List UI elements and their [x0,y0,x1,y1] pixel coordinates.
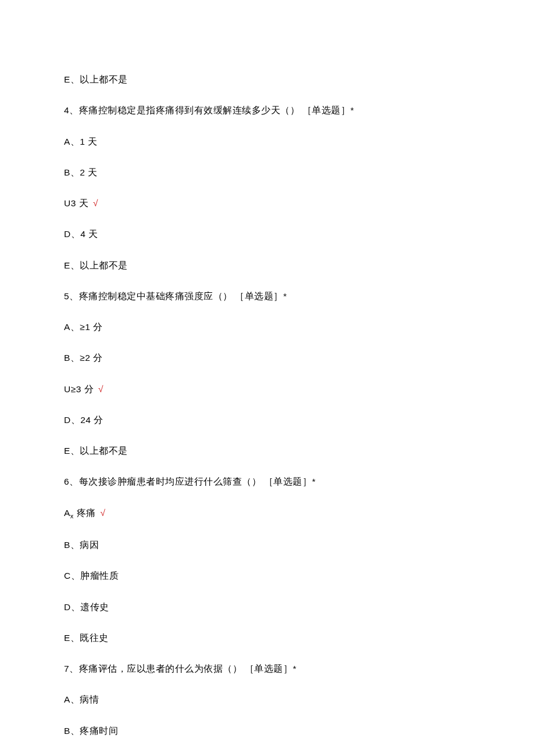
option-4e: E、以上都不是 [64,259,471,272]
option-6d: D、遗传史 [64,600,471,614]
option-6b: B、病因 [64,538,471,551]
option-4c-text: U3 天 [64,198,88,208]
option-4d: D、4 天 [64,227,471,241]
option-5c-text: U≥3 分 [64,384,94,394]
option-6a-before: A [64,508,70,518]
option-4b: B、2 天 [64,166,471,179]
option-7a: A、病情 [64,693,471,706]
option-6a-after: 疼痛 [74,508,96,518]
question-5: 5、疼痛控制稳定中基础疼痛强度应（） ［单选题］* [64,289,471,303]
check-icon: √ [100,508,105,518]
question-7: 7、疼痛评估，应以患者的什么为依据（） ［单选题］* [64,662,471,675]
option-5d: D、24 分 [64,413,471,427]
option-5c: U≥3 分 √ [64,382,471,396]
option-7b: B、疼痛时间 [64,724,471,737]
option-4a: A、1 天 [64,135,471,148]
option-text: E、以上都不是 [64,73,471,86]
option-5a: A、≥1 分 [64,320,471,334]
option-6e: E、既往史 [64,631,471,644]
option-5b: B、≥2 分 [64,351,471,364]
check-icon: √ [98,384,104,394]
check-icon: √ [93,198,98,208]
option-4c: U3 天 √ [64,196,471,210]
option-6c: C、肿瘤性质 [64,569,471,582]
question-6: 6、每次接诊肿瘤患者时均应进行什么筛查（） ［单选题］* [64,475,471,488]
question-4: 4、疼痛控制稳定是指疼痛得到有效缓解连续多少天（） ［单选题］* [64,103,471,117]
option-6a: Ax 疼痛 √ [64,506,471,521]
option-5e: E、以上都不是 [64,444,471,457]
